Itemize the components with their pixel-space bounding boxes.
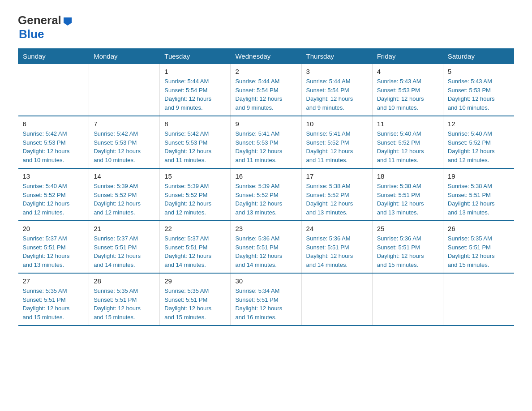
day-number: 4: [377, 68, 438, 75]
calendar-cell: 9Sunrise: 5:41 AM Sunset: 5:53 PM Daylig…: [231, 116, 301, 168]
day-info: Sunrise: 5:38 AM Sunset: 5:51 PM Dayligh…: [377, 182, 438, 217]
logo-triangle-icon: [63, 16, 73, 26]
calendar-cell: 25Sunrise: 5:36 AM Sunset: 5:51 PM Dayli…: [372, 221, 443, 273]
week-row-2: 6Sunrise: 5:42 AM Sunset: 5:53 PM Daylig…: [18, 116, 514, 168]
day-number: 14: [94, 172, 155, 180]
day-info: Sunrise: 5:39 AM Sunset: 5:52 PM Dayligh…: [164, 182, 226, 217]
calendar-cell: 3Sunrise: 5:44 AM Sunset: 5:54 PM Daylig…: [301, 64, 372, 116]
day-info: Sunrise: 5:35 AM Sunset: 5:51 PM Dayligh…: [23, 287, 85, 321]
day-number: 25: [377, 225, 438, 232]
calendar-cell: 26Sunrise: 5:35 AM Sunset: 5:51 PM Dayli…: [443, 221, 514, 273]
day-info: Sunrise: 5:43 AM Sunset: 5:53 PM Dayligh…: [448, 77, 510, 112]
calendar-cell: 10Sunrise: 5:41 AM Sunset: 5:52 PM Dayli…: [301, 116, 372, 168]
day-number: 16: [235, 172, 296, 180]
calendar-cell: 6Sunrise: 5:42 AM Sunset: 5:53 PM Daylig…: [18, 116, 89, 168]
calendar-cell: 20Sunrise: 5:37 AM Sunset: 5:51 PM Dayli…: [18, 221, 89, 273]
day-info: Sunrise: 5:44 AM Sunset: 5:54 PM Dayligh…: [164, 77, 226, 112]
calendar-cell: [89, 64, 160, 116]
day-number: 24: [306, 225, 368, 232]
day-number: 9: [235, 120, 296, 128]
calendar-cell: 1Sunrise: 5:44 AM Sunset: 5:54 PM Daylig…: [160, 64, 231, 116]
day-info: Sunrise: 5:39 AM Sunset: 5:52 PM Dayligh…: [235, 182, 296, 217]
week-row-4: 20Sunrise: 5:37 AM Sunset: 5:51 PM Dayli…: [18, 221, 514, 273]
calendar-cell: 12Sunrise: 5:40 AM Sunset: 5:52 PM Dayli…: [443, 116, 514, 168]
calendar-cell: 19Sunrise: 5:38 AM Sunset: 5:51 PM Dayli…: [443, 168, 514, 221]
calendar-cell: [443, 273, 514, 325]
day-number: 22: [164, 225, 226, 232]
day-info: Sunrise: 5:43 AM Sunset: 5:53 PM Dayligh…: [377, 77, 438, 112]
calendar-cell: 21Sunrise: 5:37 AM Sunset: 5:51 PM Dayli…: [89, 221, 160, 273]
calendar-cell: [301, 273, 372, 325]
day-info: Sunrise: 5:39 AM Sunset: 5:52 PM Dayligh…: [94, 182, 155, 217]
header-day-monday: Monday: [89, 49, 160, 64]
calendar-cell: 28Sunrise: 5:35 AM Sunset: 5:51 PM Dayli…: [89, 273, 160, 325]
day-number: 26: [448, 225, 510, 232]
calendar-body: 1Sunrise: 5:44 AM Sunset: 5:54 PM Daylig…: [18, 64, 514, 326]
logo-text-general: General: [18, 13, 61, 27]
day-info: Sunrise: 5:37 AM Sunset: 5:51 PM Dayligh…: [94, 234, 155, 269]
calendar-cell: 8Sunrise: 5:42 AM Sunset: 5:53 PM Daylig…: [160, 116, 231, 168]
day-info: Sunrise: 5:40 AM Sunset: 5:52 PM Dayligh…: [448, 129, 510, 164]
calendar-cell: 16Sunrise: 5:39 AM Sunset: 5:52 PM Dayli…: [231, 168, 301, 221]
day-number: 2: [235, 68, 296, 75]
day-number: 13: [23, 172, 85, 180]
day-info: Sunrise: 5:35 AM Sunset: 5:51 PM Dayligh…: [164, 287, 226, 321]
day-info: Sunrise: 5:44 AM Sunset: 5:54 PM Dayligh…: [306, 77, 368, 112]
day-info: Sunrise: 5:34 AM Sunset: 5:51 PM Dayligh…: [235, 287, 296, 321]
header-day-sunday: Sunday: [18, 49, 89, 64]
header-day-friday: Friday: [372, 49, 443, 64]
day-number: 15: [164, 172, 226, 180]
calendar-cell: 15Sunrise: 5:39 AM Sunset: 5:52 PM Dayli…: [160, 168, 231, 221]
day-info: Sunrise: 5:37 AM Sunset: 5:51 PM Dayligh…: [23, 234, 85, 269]
calendar-cell: 17Sunrise: 5:38 AM Sunset: 5:52 PM Dayli…: [301, 168, 372, 221]
day-info: Sunrise: 5:36 AM Sunset: 5:51 PM Dayligh…: [306, 234, 368, 269]
day-info: Sunrise: 5:35 AM Sunset: 5:51 PM Dayligh…: [94, 287, 155, 321]
day-info: Sunrise: 5:36 AM Sunset: 5:51 PM Dayligh…: [377, 234, 438, 269]
day-info: Sunrise: 5:41 AM Sunset: 5:53 PM Dayligh…: [235, 129, 296, 164]
svg-marker-0: [64, 17, 72, 26]
day-info: Sunrise: 5:40 AM Sunset: 5:52 PM Dayligh…: [377, 129, 438, 164]
week-row-3: 13Sunrise: 5:40 AM Sunset: 5:52 PM Dayli…: [18, 168, 514, 221]
calendar-cell: 24Sunrise: 5:36 AM Sunset: 5:51 PM Dayli…: [301, 221, 372, 273]
day-info: Sunrise: 5:44 AM Sunset: 5:54 PM Dayligh…: [235, 77, 296, 112]
calendar-cell: 18Sunrise: 5:38 AM Sunset: 5:51 PM Dayli…: [372, 168, 443, 221]
day-number: 11: [377, 120, 438, 128]
day-number: 18: [377, 172, 438, 180]
day-info: Sunrise: 5:40 AM Sunset: 5:52 PM Dayligh…: [23, 182, 85, 217]
day-info: Sunrise: 5:38 AM Sunset: 5:51 PM Dayligh…: [448, 182, 510, 217]
day-number: 29: [164, 277, 226, 285]
day-info: Sunrise: 5:42 AM Sunset: 5:53 PM Dayligh…: [94, 129, 155, 164]
day-number: 8: [164, 120, 226, 128]
calendar-cell: 2Sunrise: 5:44 AM Sunset: 5:54 PM Daylig…: [231, 64, 301, 116]
week-row-1: 1Sunrise: 5:44 AM Sunset: 5:54 PM Daylig…: [18, 64, 514, 116]
calendar-table: SundayMondayTuesdayWednesdayThursdayFrid…: [18, 48, 514, 326]
logo: General Blue: [18, 13, 73, 41]
day-number: 5: [448, 68, 510, 75]
calendar-cell: 11Sunrise: 5:40 AM Sunset: 5:52 PM Dayli…: [372, 116, 443, 168]
calendar-cell: [372, 273, 443, 325]
header-day-thursday: Thursday: [301, 49, 372, 64]
day-info: Sunrise: 5:36 AM Sunset: 5:51 PM Dayligh…: [235, 234, 296, 269]
day-number: 23: [235, 225, 296, 232]
day-info: Sunrise: 5:41 AM Sunset: 5:52 PM Dayligh…: [306, 129, 368, 164]
header-row: SundayMondayTuesdayWednesdayThursdayFrid…: [18, 49, 514, 64]
calendar-header: SundayMondayTuesdayWednesdayThursdayFrid…: [18, 49, 514, 64]
day-number: 17: [306, 172, 368, 180]
day-number: 7: [94, 120, 155, 128]
calendar-cell: 30Sunrise: 5:34 AM Sunset: 5:51 PM Dayli…: [231, 273, 301, 325]
calendar-cell: 23Sunrise: 5:36 AM Sunset: 5:51 PM Dayli…: [231, 221, 301, 273]
day-info: Sunrise: 5:37 AM Sunset: 5:51 PM Dayligh…: [164, 234, 226, 269]
calendar-cell: 5Sunrise: 5:43 AM Sunset: 5:53 PM Daylig…: [443, 64, 514, 116]
week-row-5: 27Sunrise: 5:35 AM Sunset: 5:51 PM Dayli…: [18, 273, 514, 325]
day-info: Sunrise: 5:38 AM Sunset: 5:52 PM Dayligh…: [306, 182, 368, 217]
day-info: Sunrise: 5:42 AM Sunset: 5:53 PM Dayligh…: [164, 129, 226, 164]
day-info: Sunrise: 5:42 AM Sunset: 5:53 PM Dayligh…: [23, 129, 85, 164]
day-number: 12: [448, 120, 510, 128]
day-info: Sunrise: 5:35 AM Sunset: 5:51 PM Dayligh…: [448, 234, 510, 269]
calendar-cell: 13Sunrise: 5:40 AM Sunset: 5:52 PM Dayli…: [18, 168, 89, 221]
logo-text-blue: Blue: [19, 27, 44, 41]
day-number: 30: [235, 277, 296, 285]
calendar-cell: [18, 64, 89, 116]
header-day-wednesday: Wednesday: [231, 49, 301, 64]
calendar-cell: 14Sunrise: 5:39 AM Sunset: 5:52 PM Dayli…: [89, 168, 160, 221]
